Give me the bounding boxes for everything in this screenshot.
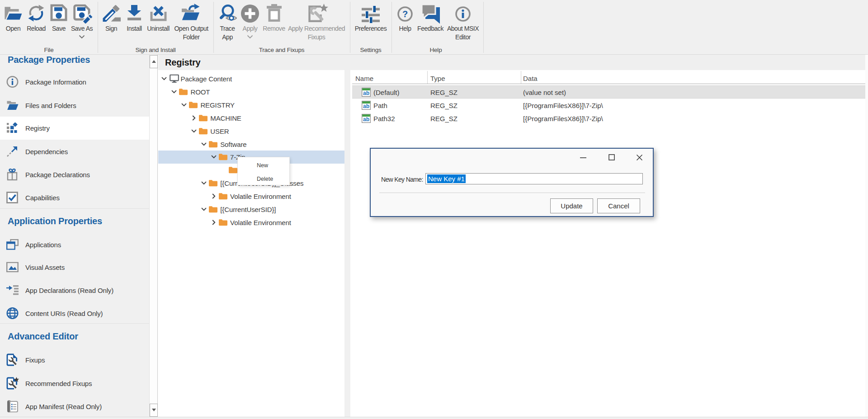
svg-text:ab: ab — [363, 116, 369, 122]
svg-text:ab: ab — [363, 103, 369, 109]
svg-text:ab: ab — [363, 89, 369, 96]
svg-text:?: ? — [402, 9, 408, 19]
